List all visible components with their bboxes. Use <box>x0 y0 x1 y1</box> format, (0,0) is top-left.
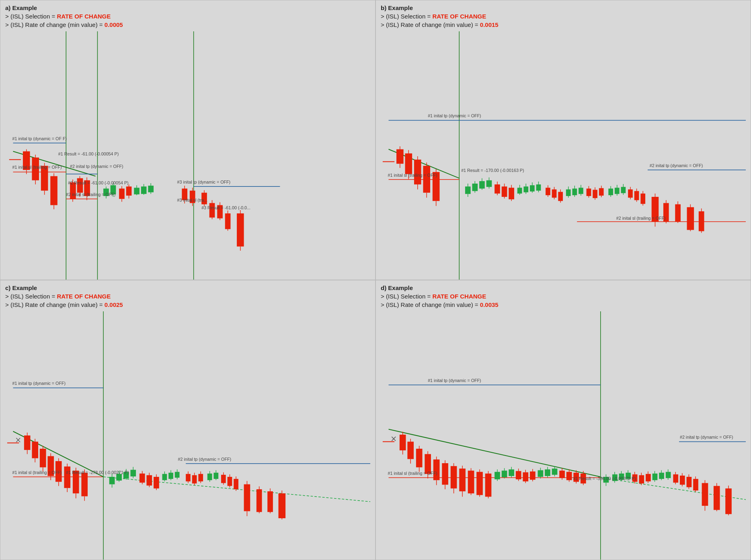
panel-a-svg: #1 inital tp (dynamic = OF F) #1 inital … <box>5 31 370 280</box>
panel-c-line1: > (ISL) Selection = <box>5 293 57 300</box>
panel-d-header: d) Example > (ISL) Selection = RATE OF C… <box>381 284 746 309</box>
panel-c-value: 0.0025 <box>105 301 123 308</box>
svg-text:#1 inital tp (dynamic = OFF): #1 inital tp (dynamic = OFF) <box>428 378 481 383</box>
svg-text:#1 inital sl (trailing = OFF): #1 inital sl (trailing = OFF) <box>12 165 62 170</box>
svg-rect-85 <box>405 153 412 174</box>
svg-rect-197 <box>81 473 88 497</box>
svg-text:#1 Result = -386.00 (-0.00379 : #1 Result = -386.00 (-0.00379 P) <box>573 476 636 481</box>
panel-a-selection: RATE OF CHANGE <box>57 13 111 20</box>
svg-rect-168 <box>5 311 370 560</box>
panel-a-header: a) Example > (ISL) Selection = RATE OF C… <box>5 4 370 29</box>
panel-c-svg: #1 inital tp (dynamic = OFF) #1 inital s… <box>5 311 370 560</box>
svg-text:#3 Result = -61.00 (-0.0...: #3 Result = -61.00 (-0.0... <box>201 205 250 210</box>
svg-rect-91 <box>423 166 430 193</box>
panel-d-selection: RATE OF CHANGE <box>432 293 486 300</box>
svg-rect-82 <box>396 149 404 164</box>
svg-rect-76 <box>381 31 746 280</box>
panel-d-chart: #1 inital tp (dynamic = OFF) #1 inital s… <box>381 311 746 560</box>
panel-d-line2: > (ISL) Rate of change (min value) = <box>381 301 480 308</box>
panel-d-line1: > (ISL) Selection = <box>381 293 432 300</box>
svg-rect-281 <box>459 468 466 491</box>
panel-a: a) Example > (ISL) Selection = RATE OF C… <box>0 0 376 280</box>
panel-b-value: 0.0015 <box>480 21 499 28</box>
panel-b-line1: > (ISL) Selection = <box>381 13 432 20</box>
svg-text:#3 inital sl (tra...: #3 inital sl (tra... <box>177 198 208 202</box>
panel-d-svg: #1 inital tp (dynamic = OFF) #1 inital s… <box>381 311 746 560</box>
panel-a-line1: > (ISL) Selection = <box>5 13 57 20</box>
svg-text:#2 inital tp (dynamic = OFF): #2 inital tp (dynamic = OFF) <box>650 163 703 168</box>
panel-b-label: b) Example <box>381 4 413 11</box>
svg-rect-263 <box>407 441 414 459</box>
svg-text:#1 Result = -170.00 (-0.00163 : #1 Result = -170.00 (-0.00163 P) <box>461 168 524 173</box>
panel-c-line2: > (ISL) Rate of change (min value) = <box>5 301 105 308</box>
svg-text:#1 inital tp (dynamic = OFF): #1 inital tp (dynamic = OFF) <box>428 113 481 118</box>
svg-text:#1 inital sl (trailing = OFF): #1 inital sl (trailing = OFF) <box>388 471 437 476</box>
svg-text:#1 inital sl (trailing = OFF): #1 inital sl (trailing = OFF) <box>388 172 437 177</box>
main-grid: a) Example > (ISL) Selection = RATE OF C… <box>0 0 751 560</box>
panel-a-line2: > (ISL) Rate of change (min value) = <box>5 21 105 28</box>
panel-b-svg: #1 inital tp (dynamic = OFF) #1 inital s… <box>381 31 746 280</box>
svg-rect-37 <box>119 188 125 199</box>
panel-c-header: c) Example > (ISL) Selection = RATE OF C… <box>5 284 370 309</box>
panel-c-label: c) Example <box>5 284 37 291</box>
panel-d: d) Example > (ISL) Selection = RATE OF C… <box>376 280 751 560</box>
panel-b-line2: > (ISL) Rate of change (min value) = <box>381 21 480 28</box>
svg-text:#1 Result = -61.00 (-0.00054 P: #1 Result = -61.00 (-0.00054 P) <box>58 151 119 156</box>
svg-text:#3 inital tp (dynamic = OFF): #3 inital tp (dynamic = OFF) <box>177 180 231 184</box>
svg-rect-260 <box>400 435 406 450</box>
svg-rect-239 <box>244 484 250 511</box>
svg-rect-17 <box>50 176 57 205</box>
svg-text:#1 inital tp (dynamic = OF F): #1 inital tp (dynamic = OF F) <box>12 136 67 141</box>
panel-c: c) Example > (ISL) Selection = RATE OF C… <box>0 280 376 560</box>
panel-a-value: 0.0005 <box>105 21 123 28</box>
svg-text:#2 inital sl (trailing = OFF): #2 inital sl (trailing = OFF) <box>616 215 666 220</box>
svg-rect-266 <box>416 449 423 467</box>
svg-text:#1 Result = -278.00 (-0.00271 : #1 Result = -278.00 (-0.00271 P) <box>66 470 129 475</box>
svg-rect-275 <box>442 463 448 485</box>
svg-rect-88 <box>414 159 421 184</box>
svg-rect-272 <box>433 460 440 480</box>
panel-d-label: d) Example <box>381 284 413 291</box>
panel-a-chart: #1 inital tp (dynamic = OF F) #1 inital … <box>5 31 370 280</box>
panel-b: b) Example > (ISL) Selection = RATE OF C… <box>376 0 751 280</box>
svg-text:#1 inital sl (trailing = OFF): #1 inital sl (trailing = OFF) <box>12 470 62 475</box>
panel-b-header: b) Example > (ISL) Selection = RATE OF C… <box>381 4 746 29</box>
svg-rect-278 <box>451 466 457 488</box>
svg-rect-176 <box>24 435 31 450</box>
svg-text:#2 inital tp (dynamic = OFF): #2 inital tp (dynamic = OFF) <box>70 164 123 169</box>
panel-a-label: a) Example <box>5 4 37 11</box>
svg-rect-347 <box>702 483 708 506</box>
svg-rect-179 <box>32 441 38 458</box>
svg-text:#2 inital sl (trailing = OFF): #2 inital sl (trailing = OFF) <box>66 192 115 197</box>
svg-text:#2 Result = -61.00 (-0.00054 P: #2 Result = -61.00 (-0.00054 P) <box>68 180 128 185</box>
svg-text:#1 inital tp (dynamic = OFF): #1 inital tp (dynamic = OFF) <box>12 381 66 386</box>
svg-text:#2 inital tp (dynamic = OFF): #2 inital tp (dynamic = OFF) <box>680 435 733 439</box>
panel-c-chart: #1 inital tp (dynamic = OFF) #1 inital s… <box>5 311 370 560</box>
svg-rect-182 <box>40 449 46 467</box>
svg-rect-40 <box>126 186 132 196</box>
panel-b-chart: #1 inital tp (dynamic = OFF) #1 inital s… <box>381 31 746 280</box>
svg-rect-64 <box>237 213 244 246</box>
panel-c-selection: RATE OF CHANGE <box>57 293 111 300</box>
panel-b-selection: RATE OF CHANGE <box>432 13 486 20</box>
svg-text:#2 inital tp (dynamic = OFF): #2 inital tp (dynamic = OFF) <box>178 457 232 462</box>
panel-d-value: 0.0035 <box>480 301 499 308</box>
